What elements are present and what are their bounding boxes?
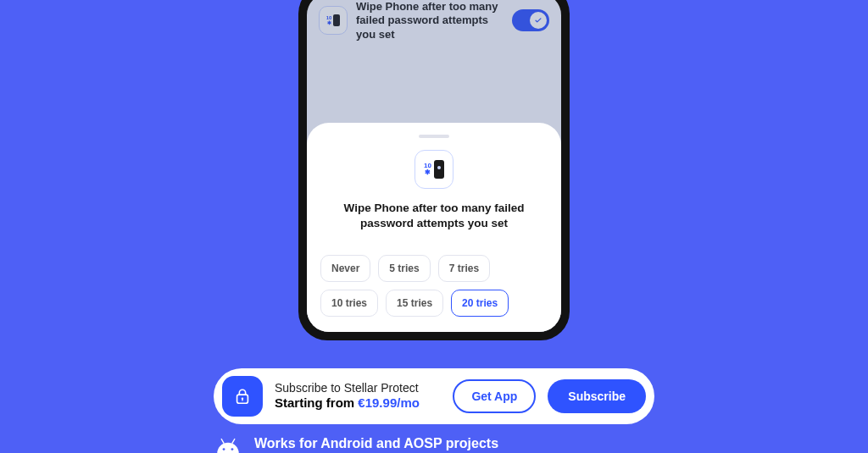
- subscribe-app-icon: [222, 376, 263, 417]
- option-5-tries[interactable]: 5 tries: [378, 255, 430, 282]
- phone-frame: 10 ✱ Wipe Phone after too many failed pa…: [298, 0, 570, 340]
- phone-screen: 10 ✱ Wipe Phone after too many failed pa…: [307, 0, 561, 332]
- svg-rect-2: [242, 399, 242, 401]
- sheet-handle[interactable]: [419, 135, 449, 138]
- option-15-tries[interactable]: 15 tries: [386, 290, 443, 317]
- svg-line-4: [232, 439, 235, 444]
- footer-title: Works for Android and AOSP projects: [254, 436, 498, 451]
- phone-glyph-icon: [434, 160, 444, 179]
- subscribe-line2-prefix: Starting from: [275, 395, 358, 410]
- svg-point-5: [223, 448, 225, 450]
- footer: android Works for Android and AOSP proje…: [214, 436, 654, 453]
- subscribe-line1: Subscribe to Stellar Protect: [275, 381, 441, 396]
- sheet-title: Wipe Phone after too many failed passwor…: [320, 201, 548, 231]
- options-list: Never5 tries7 tries10 tries15 tries20 tr…: [320, 255, 548, 317]
- option-7-tries[interactable]: 7 tries: [438, 255, 490, 282]
- svg-line-3: [221, 439, 224, 444]
- subscribe-line2: Starting from €19.99/mo: [275, 395, 441, 412]
- get-app-button[interactable]: Get App: [453, 379, 536, 413]
- option-never[interactable]: Never: [320, 255, 370, 282]
- footer-text: Works for Android and AOSP projects Incl…: [254, 436, 498, 453]
- lock-icon: [233, 387, 252, 406]
- subscribe-button[interactable]: Subscribe: [548, 379, 646, 413]
- sheet-wipe-icon: 10 ✱: [415, 150, 453, 189]
- android-icon: android: [214, 437, 242, 453]
- option-10-tries[interactable]: 10 tries: [320, 290, 378, 317]
- option-20-tries[interactable]: 20 tries: [451, 290, 509, 317]
- sheet-icon-badge-bottom: ✱: [424, 169, 431, 176]
- subscribe-price: €19.99/mo: [358, 395, 420, 410]
- options-sheet: 10 ✱ Wipe Phone after too many failed pa…: [307, 123, 561, 332]
- subscribe-text: Subscribe to Stellar Protect Starting fr…: [275, 381, 441, 412]
- subscribe-bar: Subscribe to Stellar Protect Starting fr…: [214, 368, 654, 424]
- svg-point-6: [231, 448, 234, 450]
